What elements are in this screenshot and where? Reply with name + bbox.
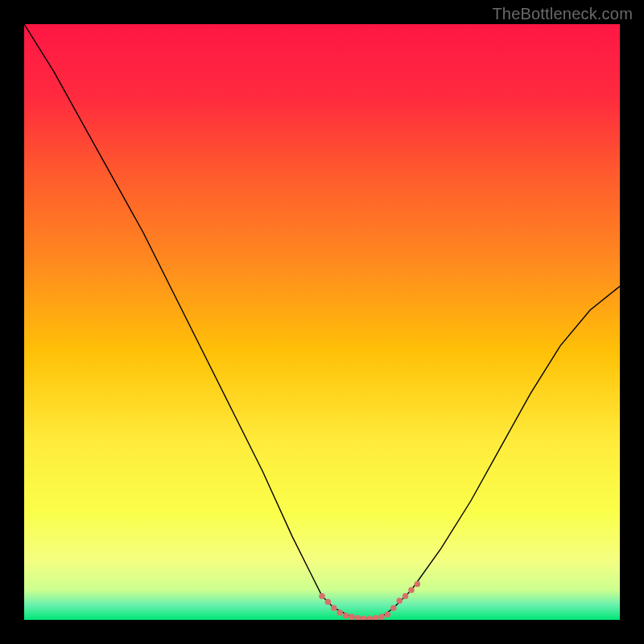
chart-point-highlight-bottom (408, 587, 415, 593)
chart-point-highlight-bottom (378, 614, 385, 620)
chart-svg (24, 24, 620, 620)
chart-point-highlight-bottom (415, 581, 421, 588)
chart-plot-area (24, 24, 620, 620)
chart-point-highlight-bottom (390, 605, 397, 611)
chart-point-highlight-bottom (385, 612, 391, 618)
chart-point-highlight-bottom (402, 593, 409, 600)
chart-point-highlight-bottom (349, 614, 355, 620)
chart-point-highlight-bottom (325, 599, 332, 605)
chart-background (24, 24, 620, 620)
chart-point-highlight-bottom (396, 598, 402, 605)
chart-point-highlight-bottom (336, 609, 343, 616)
chart-point-highlight-bottom (331, 605, 337, 611)
watermark-text: TheBottleneck.com (492, 5, 633, 23)
chart-point-highlight-bottom (343, 613, 349, 619)
chart-point-highlight-bottom (319, 593, 325, 600)
